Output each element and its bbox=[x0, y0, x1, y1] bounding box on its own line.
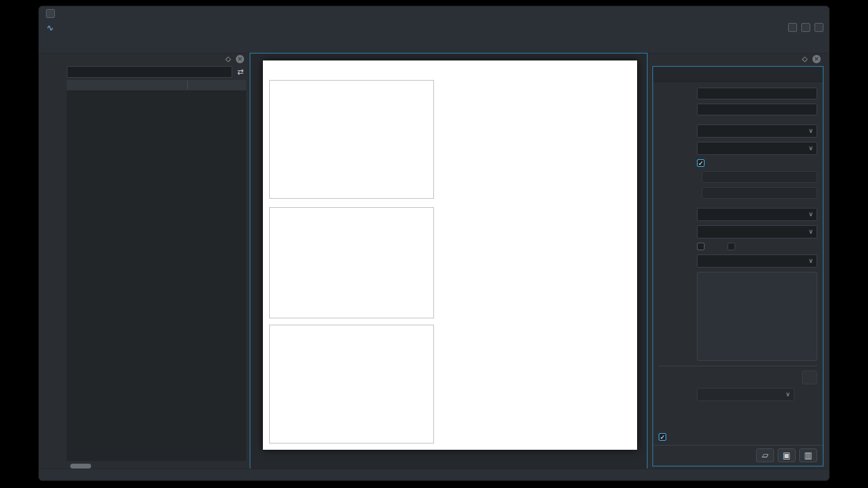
ydata-select[interactable]: ∨ bbox=[697, 142, 817, 155]
results-box bbox=[697, 272, 817, 361]
dock-close-icon[interactable]: ✕ bbox=[812, 55, 821, 63]
chevron-down-icon: ∨ bbox=[785, 389, 790, 400]
xaxis-scale-select[interactable]: ∨ bbox=[697, 254, 817, 268]
output-select[interactable]: ∨ bbox=[697, 225, 817, 238]
app-icon bbox=[46, 9, 55, 18]
chevron-down-icon: ∨ bbox=[808, 226, 813, 237]
tree-header[interactable] bbox=[67, 80, 246, 91]
worksheet-view[interactable] bbox=[250, 53, 648, 471]
mdi-close-button[interactable] bbox=[814, 23, 823, 32]
labplot-window: ∿ ◇ ✕ ⇄ bbox=[38, 6, 830, 481]
chevron-down-icon: ∨ bbox=[808, 209, 813, 220]
labplot-menu-icon: ∿ bbox=[45, 23, 55, 33]
properties-tabs bbox=[653, 67, 823, 82]
chevron-down-icon: ∨ bbox=[808, 255, 813, 266]
dock-float-icon[interactable]: ◇ bbox=[802, 55, 807, 63]
chevron-down-icon: ∨ bbox=[808, 125, 813, 136]
mdi-minimize-button[interactable] bbox=[788, 23, 797, 32]
minimum-field bbox=[702, 171, 817, 183]
xdata-select[interactable]: ∨ bbox=[697, 124, 817, 138]
results-label bbox=[659, 272, 697, 273]
window-select[interactable]: ∨ bbox=[697, 208, 817, 221]
plot-filtered-signal[interactable] bbox=[270, 325, 435, 444]
chevron-down-icon: ∨ bbox=[808, 143, 813, 154]
visible-checkbox[interactable]: ✓ bbox=[659, 433, 666, 441]
menubar: ∿ bbox=[39, 21, 829, 35]
dock-close-icon[interactable]: ✕ bbox=[236, 55, 244, 63]
main-toolbar bbox=[39, 35, 829, 54]
plot-range-select: ∨ bbox=[697, 388, 794, 401]
project-explorer-dock: ◇ ✕ ⇄ bbox=[65, 53, 248, 471]
project-tree bbox=[67, 90, 246, 461]
mdi-restore-button[interactable] bbox=[801, 23, 810, 32]
search-input[interactable] bbox=[67, 66, 232, 78]
save-as-default-button[interactable]: ▥ bbox=[799, 448, 817, 462]
shifted-checkbox: ✓ bbox=[728, 243, 735, 250]
plot-container-fft[interactable] bbox=[269, 207, 434, 318]
plot-container-signal[interactable] bbox=[269, 80, 434, 199]
maximum-field bbox=[702, 187, 817, 199]
two-sided-checkbox[interactable]: ✓ bbox=[697, 243, 705, 250]
plot-fft[interactable] bbox=[270, 208, 435, 319]
save-config-button[interactable]: ▣ bbox=[778, 448, 796, 462]
dock-float-icon[interactable]: ◇ bbox=[225, 55, 231, 63]
properties-dock: ◇ ✕ ∨ ∨ ✓ bbox=[651, 53, 825, 471]
name-field[interactable] bbox=[697, 88, 817, 99]
plot-container-filtered[interactable] bbox=[269, 325, 434, 444]
filter-options-icon[interactable]: ⇄ bbox=[234, 66, 246, 78]
worksheet-page[interactable] bbox=[263, 60, 637, 450]
horizontal-scrollbar[interactable] bbox=[70, 464, 91, 469]
recalculate-button bbox=[802, 371, 817, 384]
worksheet-toolbar bbox=[44, 55, 65, 468]
plot-signal-with-noise[interactable] bbox=[270, 81, 435, 200]
comment-field[interactable] bbox=[697, 104, 817, 115]
statusbar bbox=[39, 469, 829, 480]
load-config-button[interactable]: ▱ bbox=[756, 448, 774, 462]
auto-checkbox[interactable]: ✓ bbox=[697, 159, 705, 167]
column-header-type[interactable] bbox=[187, 81, 192, 90]
titlebar bbox=[39, 6, 829, 21]
